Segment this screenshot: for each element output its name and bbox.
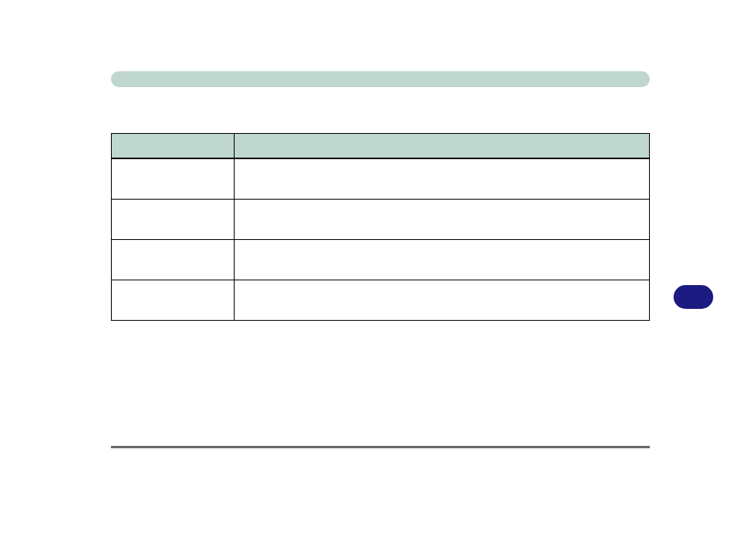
table-row xyxy=(112,200,650,240)
footer-separator xyxy=(111,446,650,448)
table-cell xyxy=(112,200,235,240)
table-header-row xyxy=(112,134,650,159)
table-cell xyxy=(234,200,649,240)
table-cell xyxy=(112,280,235,321)
table-cell xyxy=(234,158,649,200)
table-cell xyxy=(234,280,649,321)
table-cell xyxy=(112,158,235,200)
section-header-bar xyxy=(111,71,650,87)
table-row xyxy=(112,240,650,280)
side-pill-button[interactable] xyxy=(674,285,713,309)
table-cell xyxy=(234,240,649,280)
table-cell xyxy=(112,240,235,280)
table-row xyxy=(112,158,650,200)
table-column-header xyxy=(234,134,649,159)
table-row xyxy=(112,280,650,321)
document-table xyxy=(111,133,650,321)
table-column-header xyxy=(112,134,235,159)
